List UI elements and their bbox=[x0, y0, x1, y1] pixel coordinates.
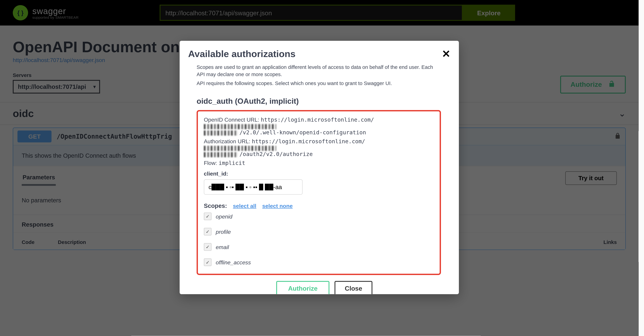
scopes-description-2: API requires the following scopes. Selec… bbox=[196, 80, 452, 87]
redacted-tenant-id bbox=[204, 124, 276, 129]
authorization-url: Authorization URL: https://login.microso… bbox=[204, 138, 434, 157]
select-all-link[interactable]: select all bbox=[233, 203, 256, 209]
scope-row-openid[interactable]: ✓ openid bbox=[204, 213, 434, 220]
scope-row-profile[interactable]: ✓ profile bbox=[204, 228, 434, 236]
redacted-segment-2 bbox=[204, 152, 238, 157]
flow-line: Flow: implicit bbox=[204, 160, 434, 166]
modal-authorize-button[interactable]: Authorize bbox=[276, 281, 330, 294]
redacted-segment bbox=[204, 131, 238, 136]
scope-row-offline-access[interactable]: ✓ offline_access bbox=[204, 259, 434, 266]
openid-connect-url: OpenID Connect URL: https://login.micros… bbox=[204, 117, 434, 136]
modal-overlay[interactable]: Available authorizations ✕ Scopes are us… bbox=[0, 0, 638, 336]
redacted-tenant-id-2 bbox=[204, 146, 276, 151]
auth-scheme-title: oidc_auth (OAuth2, implicit) bbox=[196, 97, 452, 106]
checkbox-icon[interactable]: ✓ bbox=[204, 228, 212, 236]
modal-title: Available authorizations bbox=[188, 48, 296, 59]
scopes-heading: Scopes: select all select none bbox=[204, 202, 434, 209]
modal-footer: Authorize Close bbox=[196, 275, 452, 294]
client-id-input[interactable] bbox=[204, 179, 302, 195]
checkbox-icon[interactable]: ✓ bbox=[204, 213, 212, 220]
scope-name: email bbox=[216, 244, 229, 250]
scope-name: profile bbox=[216, 229, 231, 235]
scope-row-email[interactable]: ✓ email bbox=[204, 243, 434, 251]
modal-close-button[interactable]: Close bbox=[335, 281, 372, 294]
authorizations-modal: Available authorizations ✕ Scopes are us… bbox=[180, 41, 459, 294]
close-icon[interactable]: ✕ bbox=[442, 49, 450, 59]
highlighted-auth-box: OpenID Connect URL: https://login.micros… bbox=[196, 110, 441, 275]
checkbox-icon[interactable]: ✓ bbox=[204, 259, 212, 266]
checkbox-icon[interactable]: ✓ bbox=[204, 243, 212, 251]
client-id-label: client_id: bbox=[204, 170, 434, 177]
scope-name: openid bbox=[216, 213, 232, 220]
scopes-description-1: Scopes are used to grant an application … bbox=[196, 64, 452, 78]
scope-name: offline_access bbox=[216, 259, 251, 266]
select-none-link[interactable]: select none bbox=[262, 203, 293, 209]
